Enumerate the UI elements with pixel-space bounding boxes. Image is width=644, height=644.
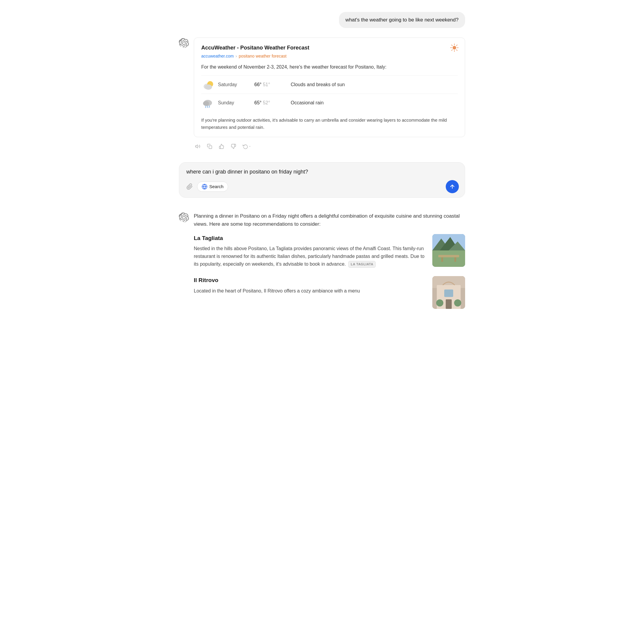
svg-line-7 — [456, 45, 457, 46]
svg-line-16 — [209, 106, 210, 108]
saturday-condition: Clouds and breaks of sun — [291, 81, 345, 88]
svg-marker-17 — [196, 145, 198, 148]
svg-rect-26 — [432, 250, 465, 267]
action-row — [194, 143, 465, 150]
input-container: where can i grab dinner in positano on f… — [179, 162, 465, 198]
thumbs-down-button[interactable] — [230, 143, 237, 150]
ai-avatar-1 — [179, 38, 189, 48]
send-button[interactable] — [446, 180, 459, 193]
restaurant-card-1: La Tagliata Nestled in the hills above P… — [194, 234, 465, 268]
user-message-1: what's the weather going to be like next… — [179, 12, 465, 28]
thumbs-up-button[interactable] — [218, 143, 225, 150]
forecast-advice: If you're planning outdoor activities, i… — [201, 117, 458, 131]
regenerate-button[interactable] — [241, 143, 253, 150]
restaurant-2-name: Il Ritrovo — [194, 276, 426, 285]
svg-line-8 — [452, 49, 453, 50]
svg-rect-18 — [209, 145, 212, 148]
restaurant-card-2: Il Ritrovo Located in the heart of Posit… — [194, 276, 465, 309]
source-breadcrumb: accuweather.com › positano weather forec… — [201, 53, 458, 59]
svg-rect-28 — [441, 257, 443, 262]
breadcrumb-arrow: › — [236, 53, 237, 59]
input-text[interactable]: where can i grab dinner in positano on f… — [185, 168, 459, 176]
sunday-condition: Occasional rain — [291, 99, 323, 106]
svg-line-6 — [456, 49, 457, 50]
source-title: AccuWeather - Positano Weather Forecast — [201, 44, 458, 52]
svg-point-35 — [436, 299, 443, 306]
svg-rect-27 — [438, 255, 459, 257]
source-card: AccuWeather - Positano Weather Forecast … — [194, 38, 465, 137]
forecast-intro: For the weekend of November 2-3, 2024, h… — [201, 64, 458, 71]
restaurant-1-tag: LA TAGLIATA — [348, 261, 376, 268]
saturday-row: Saturday 66° 51° Clouds and breaks of su… — [201, 75, 458, 94]
svg-point-13 — [203, 101, 209, 106]
sunday-high: 65° — [254, 100, 261, 105]
ai-response-2-content: Planning a dinner in Positano on a Frida… — [194, 212, 465, 318]
ai-response-1: AccuWeather - Positano Weather Forecast … — [179, 38, 465, 150]
restaurant-2-text: Il Ritrovo Located in the heart of Posit… — [194, 276, 426, 295]
svg-line-5 — [452, 45, 453, 46]
breadcrumb-link[interactable]: accuweather.com — [201, 53, 234, 59]
search-label: Search — [209, 184, 224, 189]
restaurant-intro: Planning a dinner in Positano on a Frida… — [194, 212, 465, 228]
saturday-day: Saturday — [218, 81, 251, 88]
restaurant-1-image — [432, 234, 465, 267]
sun-icon — [450, 43, 459, 52]
svg-point-11 — [205, 84, 212, 90]
copy-button[interactable] — [206, 143, 213, 150]
sunday-temps: 65° 52° — [254, 99, 287, 106]
restaurant-2-image — [432, 276, 465, 309]
sunday-row: Sunday 65° 52° Occasional rain — [201, 94, 458, 112]
input-toolbar: Search — [185, 180, 459, 193]
input-toolbar-left: Search — [185, 182, 228, 192]
svg-line-15 — [207, 106, 208, 108]
restaurant-1-desc: Nestled in the hills above Positano, La … — [194, 245, 426, 268]
saturday-temps: 66° 51° — [254, 81, 287, 88]
sunday-day: Sunday — [218, 99, 251, 106]
attach-button[interactable] — [185, 182, 194, 191]
restaurant-1-name: La Tagliata — [194, 234, 426, 243]
sunday-low: 52° — [263, 100, 270, 105]
svg-line-14 — [205, 106, 206, 108]
svg-point-36 — [454, 299, 461, 306]
restaurant-1-text: La Tagliata Nestled in the hills above P… — [194, 234, 426, 268]
ai-response-1-content: AccuWeather - Positano Weather Forecast … — [194, 38, 465, 150]
user-bubble-1: what's the weather going to be like next… — [339, 12, 465, 28]
search-button[interactable]: Search — [197, 182, 228, 192]
svg-point-0 — [453, 46, 456, 49]
ai-response-2: Planning a dinner in Positano on a Frida… — [179, 212, 465, 318]
svg-rect-29 — [454, 257, 456, 262]
breadcrumb-sub[interactable]: positano weather forecast — [239, 53, 287, 59]
sunday-icon — [201, 97, 214, 108]
svg-rect-34 — [446, 299, 452, 309]
saturday-icon — [201, 79, 214, 90]
svg-rect-33 — [444, 290, 453, 297]
saturday-high: 66° — [254, 82, 261, 87]
speak-button[interactable] — [194, 143, 202, 150]
user-message-1-text: what's the weather going to be like next… — [346, 17, 459, 23]
saturday-low: 51° — [263, 82, 270, 87]
ai-avatar-2 — [179, 213, 189, 223]
restaurant-2-desc: Located in the heart of Positano, Il Rit… — [194, 287, 426, 295]
